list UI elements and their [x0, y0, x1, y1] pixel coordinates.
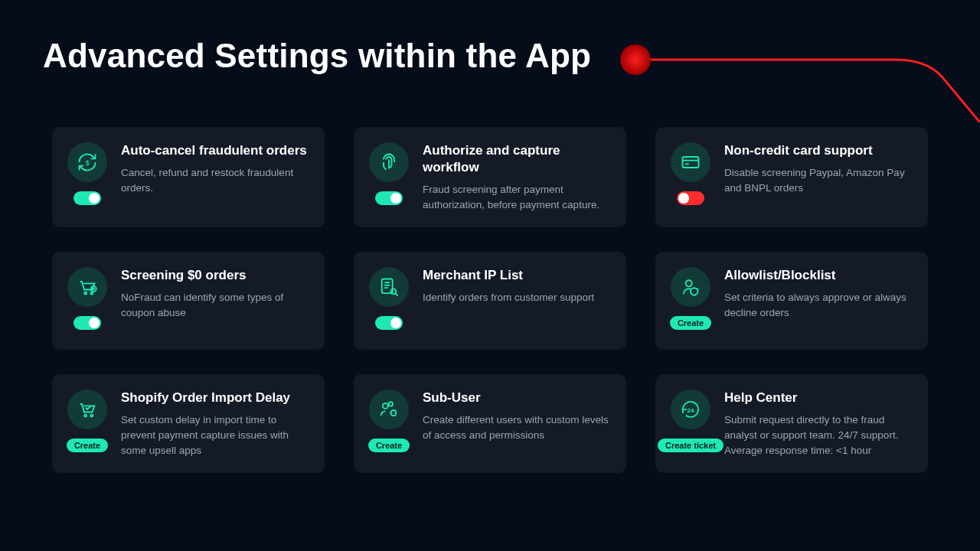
- cart-check-icon: [67, 390, 107, 429]
- create-sub-user-button[interactable]: Create: [368, 439, 410, 452]
- card-auto-cancel: $ Auto-cancel fraudulent orders Cancel, …: [52, 127, 325, 227]
- card-allowlist-blocklist: Create Allowlist/Blocklist Set criteria …: [655, 252, 928, 350]
- card-non-credit: Non-credit card support Disable screenin…: [655, 127, 928, 227]
- svg-rect-2: [683, 157, 699, 168]
- card-authorize-capture: Authorize and capture workflow Fraud scr…: [354, 127, 626, 227]
- card-desc: Create different users with custom level…: [423, 412, 609, 442]
- card-desc: Set custom delay in import time to preve…: [121, 412, 308, 458]
- fingerprint-icon: [369, 142, 409, 182]
- svg-point-6: [90, 292, 93, 295]
- card-desc: Cancel, refund and restock fraudulent or…: [121, 165, 308, 195]
- card-title: Merchant IP List: [423, 267, 609, 284]
- toggle-merchant-ip[interactable]: [375, 316, 403, 330]
- card-sub-user: Create Sub-User Create different users w…: [354, 374, 626, 473]
- svg-point-19: [383, 403, 388, 409]
- cart-plus-icon: [67, 267, 107, 307]
- card-help-center: 24 Create ticket Help Center Submit requ…: [655, 374, 928, 473]
- card-title: Screening $0 orders: [121, 267, 308, 284]
- card-title: Sub-User: [423, 390, 609, 406]
- svg-point-5: [84, 292, 87, 295]
- svg-point-14: [390, 289, 396, 295]
- user-shield-icon: [671, 267, 710, 307]
- card-desc: Identify orders from customer support: [423, 290, 609, 305]
- page-title: Advanced Settings within the App: [43, 37, 591, 75]
- card-title: Auto-cancel fraudulent orders: [121, 142, 308, 159]
- card-desc: NoFraud can identify some types of coupo…: [121, 290, 308, 320]
- card-title: Help Center: [724, 390, 911, 406]
- svg-text:$: $: [85, 159, 90, 167]
- refund-cycle-icon: $: [67, 142, 107, 182]
- svg-point-16: [686, 281, 692, 287]
- toggle-screening-zero[interactable]: [74, 316, 101, 330]
- card-title: Non-credit card support: [724, 142, 911, 159]
- svg-line-15: [395, 294, 397, 296]
- create-allowlist-button[interactable]: Create: [670, 316, 711, 330]
- card-desc: Submit request directly to the fraud ana…: [724, 412, 911, 458]
- create-import-delay-button[interactable]: Create: [67, 439, 108, 452]
- support-24-icon: 24: [671, 390, 710, 429]
- create-ticket-button[interactable]: Create ticket: [658, 439, 724, 452]
- settings-grid: $ Auto-cancel fraudulent orders Cancel, …: [52, 127, 928, 473]
- credit-card-icon: [671, 142, 710, 182]
- svg-point-20: [389, 403, 393, 406]
- svg-point-17: [84, 415, 87, 417]
- toggle-authorize-capture[interactable]: [375, 191, 403, 205]
- card-desc: Set criteria to always approve or always…: [724, 290, 911, 320]
- svg-point-0: [620, 44, 651, 75]
- card-import-delay: Create Shopify Order Import Delay Set cu…: [52, 374, 325, 473]
- toggle-auto-cancel[interactable]: [74, 191, 101, 205]
- svg-point-18: [90, 415, 93, 417]
- list-search-icon: [369, 267, 409, 307]
- card-desc: Disable screening Paypal, Amazon Pay and…: [724, 165, 911, 195]
- card-desc: Fraud screening after payment authorizat…: [423, 182, 609, 212]
- toggle-non-credit[interactable]: [677, 191, 704, 205]
- card-screening-zero: Screening $0 orders NoFraud can identify…: [52, 252, 325, 350]
- users-gear-icon: [369, 390, 409, 429]
- card-title: Shopify Order Import Delay: [121, 390, 308, 406]
- svg-text:24: 24: [687, 407, 694, 414]
- card-title: Authorize and capture workflow: [423, 142, 609, 176]
- card-merchant-ip: Merchant IP List Identify orders from cu…: [354, 252, 626, 350]
- card-title: Allowlist/Blocklist: [724, 267, 911, 284]
